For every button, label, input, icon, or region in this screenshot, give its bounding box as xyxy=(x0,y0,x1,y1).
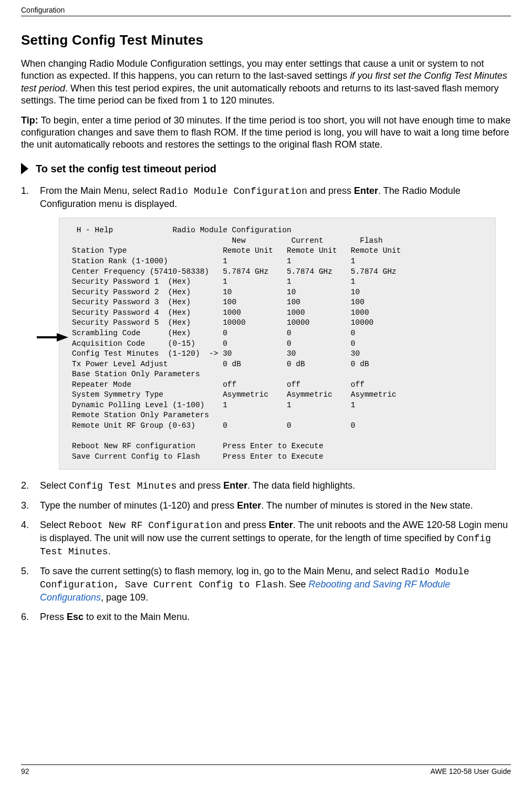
procedure-arrow-icon xyxy=(21,163,30,174)
step2-bold: Enter xyxy=(223,480,247,491)
step5-text-a: To save the current setting(s) to flash … xyxy=(40,566,401,576)
step4-bold: Enter xyxy=(269,520,293,530)
step6-text-a: Press xyxy=(40,612,67,622)
step-1: From the Main Menu, select Radio Module … xyxy=(21,184,511,470)
step3-bold: Enter xyxy=(237,500,261,511)
step2-text-a: Select xyxy=(40,480,69,491)
svg-marker-2 xyxy=(57,333,68,342)
tip-body: To begin, enter a time period of 30 minu… xyxy=(21,115,510,150)
header-section-label: Configuration xyxy=(21,6,65,14)
step4-mono-a: Reboot New RF Configuration xyxy=(69,520,222,531)
step-5: To save the current setting(s) to flash … xyxy=(21,565,511,604)
step-4: Select Reboot New RF Configuration and p… xyxy=(21,519,511,559)
step1-mono: Radio Module Configuration xyxy=(160,186,307,196)
intro-text-c: . When this test period expires, the uni… xyxy=(21,83,498,106)
tip-label: Tip: xyxy=(21,115,41,126)
step3-text-a: Type the number of minutes (1-120) and p… xyxy=(40,500,237,511)
step4-text-g: . xyxy=(108,546,111,556)
step1-text-a: From the Main Menu, select xyxy=(40,185,160,196)
step2-text-c: and press xyxy=(176,480,223,491)
step5-text-c: . See xyxy=(284,579,308,590)
step5-text-e: , page 109. xyxy=(101,592,148,603)
step2-mono: Config Test Minutes xyxy=(69,481,176,491)
tip-paragraph: Tip: To begin, enter a time period of 30… xyxy=(21,115,511,151)
step6-text-c: to exit to the Main Menu. xyxy=(84,612,190,622)
terminal-screen: H - Help Radio Module Configuration New … xyxy=(59,218,496,470)
step3-text-e: state. xyxy=(447,500,473,511)
doc-title: AWE 120-58 User Guide xyxy=(430,767,511,775)
step2-text-e: . The data field highlights. xyxy=(247,480,355,491)
page-footer: 92 AWE 120-58 User Guide xyxy=(21,764,511,775)
step-6: Press Esc to exit to the Main Menu. xyxy=(21,611,511,623)
step1-text-c: and press xyxy=(307,185,354,196)
terminal-wrap: H - Help Radio Module Configuration New … xyxy=(59,218,511,470)
svg-marker-0 xyxy=(21,163,28,174)
page-number: 92 xyxy=(21,767,29,775)
step3-mono: New xyxy=(430,501,447,511)
procedure-heading: To set the config test timeout period xyxy=(36,163,216,175)
step4-text-a: Select xyxy=(40,520,69,530)
step-3: Type the number of minutes (1-120) and p… xyxy=(21,499,511,512)
step3-text-c: . The number of minutes is stored in the xyxy=(261,500,430,511)
procedure-steps: From the Main Menu, select Radio Module … xyxy=(21,184,511,623)
pointer-arrow-icon xyxy=(37,332,68,346)
intro-paragraph-1: When changing Radio Module Configuration… xyxy=(21,58,511,107)
step1-bold: Enter xyxy=(354,185,378,196)
page-header: Configuration xyxy=(21,5,511,16)
step4-text-c: and press xyxy=(222,520,269,530)
section-title: Setting Config Test Minutes xyxy=(21,32,511,48)
terminal-text: H - Help Radio Module Configuration New … xyxy=(72,225,486,462)
step6-bold: Esc xyxy=(67,612,84,622)
procedure-heading-row: To set the config test timeout period xyxy=(21,163,511,175)
step-2: Select Config Test Minutes and press Ent… xyxy=(21,479,511,492)
